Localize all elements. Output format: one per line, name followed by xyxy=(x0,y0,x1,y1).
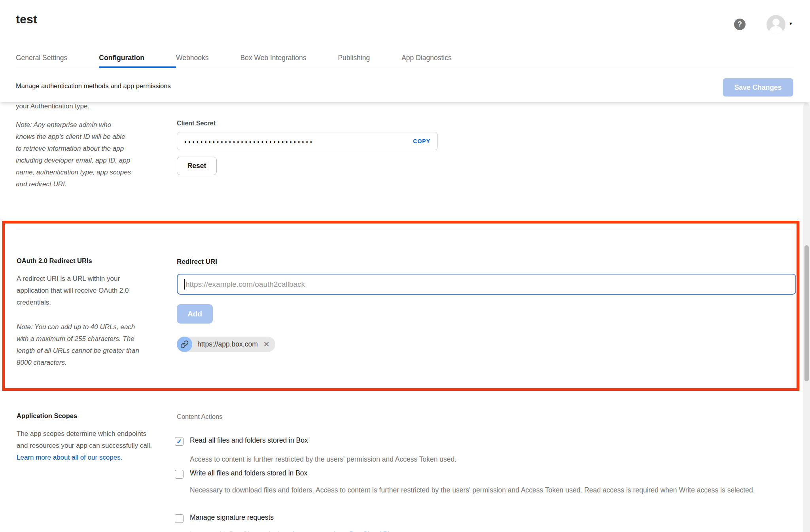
auth-note: Note: Any enterprise admin who knows the… xyxy=(16,119,131,190)
client-secret-label: Client Secret xyxy=(177,120,216,127)
tab-publishing[interactable]: Publishing xyxy=(338,51,401,68)
text-cursor xyxy=(184,279,185,290)
scopes-description: The app scopes determine which endpoints… xyxy=(17,428,156,464)
oauth-section-description: A redirect URI is a URL within your appl… xyxy=(17,273,140,309)
write-files-checkbox[interactable] xyxy=(175,470,184,479)
scopes-learn-more-link[interactable]: Learn more about all of our scopes. xyxy=(17,454,122,461)
reset-secret-button[interactable]: Reset xyxy=(177,157,217,175)
copy-secret-button[interactable]: COPY xyxy=(413,138,430,144)
client-secret-masked-value: •••••••••••••••••••••••••••••••• xyxy=(184,137,413,145)
tab-configuration[interactable]: Configuration xyxy=(99,51,176,68)
link-icon xyxy=(177,337,192,352)
scope-label: Read all files and folders stored in Box xyxy=(190,436,308,445)
chip-url-text: https://app.box.com xyxy=(197,340,258,348)
tab-general-settings[interactable]: General Settings xyxy=(16,51,99,68)
scope-label: Write all files and folders stored in Bo… xyxy=(190,469,307,477)
client-secret-field[interactable]: •••••••••••••••••••••••••••••••• COPY xyxy=(177,132,438,150)
scope-description: Access to content is further restricted … xyxy=(190,454,794,465)
avatar[interactable] xyxy=(766,15,785,34)
scopes-heading: Application Scopes xyxy=(17,412,77,420)
auth-truncated-text: your Authentication type. xyxy=(16,102,89,110)
tab-box-web-integrations[interactable]: Box Web Integrations xyxy=(240,51,338,68)
scope-label: Manage signature requests xyxy=(190,513,274,522)
scope-description: Interact with Box Sign endpoints. Learn … xyxy=(190,529,794,532)
remove-uri-icon[interactable]: ✕ xyxy=(263,341,270,348)
manage-signature-checkbox[interactable] xyxy=(175,514,184,523)
redirect-uri-label: Redirect URI xyxy=(177,258,217,266)
person-icon xyxy=(766,15,785,34)
scope-description: Necessary to download files and folders.… xyxy=(190,485,794,496)
scrollbar-track[interactable] xyxy=(803,103,810,532)
save-changes-button[interactable]: Save Changes xyxy=(723,78,793,97)
scrollbar-thumb[interactable] xyxy=(804,245,809,381)
app-config-page: test ? ▾ General Settings Configuration … xyxy=(0,0,810,532)
tab-webhooks[interactable]: Webhooks xyxy=(176,51,240,68)
tab-bar: General Settings Configuration Webhooks … xyxy=(16,51,794,68)
oauth-section-heading: OAuth 2.0 Redirect URIs xyxy=(17,257,92,265)
oauth-section-note: Note: You can add up to 40 URLs, each wi… xyxy=(17,321,142,369)
redirect-uri-input[interactable] xyxy=(177,274,796,295)
help-icon[interactable]: ? xyxy=(734,19,746,30)
scopes-description-text: The app scopes determine which endpoints… xyxy=(17,430,152,449)
account-menu-caret-icon[interactable]: ▾ xyxy=(789,21,792,27)
add-uri-button[interactable]: Add xyxy=(177,304,213,324)
read-files-checkbox[interactable]: ✓ xyxy=(175,437,184,446)
box-sign-learn-more-link[interactable]: Learn more about Box Sign APIs. xyxy=(293,530,395,532)
tab-app-diagnostics[interactable]: App Diagnostics xyxy=(401,51,483,68)
page-title: test xyxy=(16,13,37,26)
section-subtitle: Manage authentication methods and app pe… xyxy=(16,82,171,90)
section-divider xyxy=(16,229,793,229)
section-toolbar: Manage authentication methods and app pe… xyxy=(0,68,810,102)
content-actions-label: Content Actions xyxy=(177,413,223,420)
scope-description-text: Interact with Box Sign endpoints. xyxy=(190,530,293,532)
redirect-uri-input-wrap xyxy=(177,274,796,295)
redirect-uri-chip: https://app.box.com ✕ xyxy=(177,337,275,352)
